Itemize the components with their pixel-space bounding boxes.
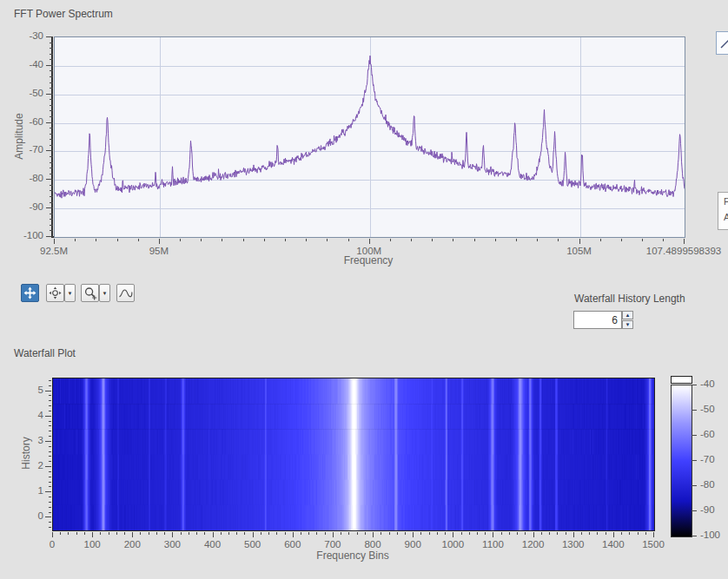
- spectrum-plot-area[interactable]: [54, 36, 685, 238]
- axis-tick: [49, 446, 51, 447]
- axis-tick: [50, 48, 53, 49]
- waterfall-history-length-label: Waterfall History Length: [574, 293, 685, 305]
- axis-tick: [621, 239, 622, 241]
- axis-tick: [50, 116, 53, 117]
- waterfall-plot-area[interactable]: [52, 378, 655, 531]
- waterfall-x-tick-label: 600: [284, 539, 301, 549]
- axis-tick: [49, 400, 51, 401]
- axis-tick: [445, 532, 446, 535]
- colorbar-tick-label: -60: [700, 429, 715, 439]
- axis-tick: [45, 391, 51, 391]
- axis-tick: [369, 239, 370, 244]
- cursor-frequency-text: F: [724, 196, 728, 207]
- pan-icon: [49, 286, 62, 299]
- axis-tick: [45, 466, 51, 467]
- waterfall-history-length-input[interactable]: [573, 311, 622, 329]
- move-tool-button[interactable]: [21, 284, 39, 302]
- axis-tick: [228, 532, 229, 535]
- axis-tick: [50, 105, 53, 106]
- cursor-value-box: F A: [718, 192, 728, 230]
- color-scale[interactable]: [671, 385, 692, 537]
- axis-tick: [244, 532, 245, 535]
- legend-plot-button[interactable]: [716, 31, 728, 55]
- axis-tick: [49, 522, 51, 523]
- axis-tick: [333, 532, 334, 537]
- zoom-tool-button[interactable]: [81, 284, 99, 302]
- axis-tick: [397, 532, 398, 535]
- axis-tick: [50, 214, 53, 214]
- axis-tick: [50, 54, 53, 55]
- pan-tool-dropdown[interactable]: ▼: [64, 284, 76, 302]
- fit-tool-button[interactable]: [116, 284, 135, 302]
- axis-tick: [50, 219, 53, 220]
- axis-tick: [50, 168, 53, 168]
- axis-tick: [49, 527, 51, 528]
- front-panel: FFT Power Spectrum Amplitude Frequency F…: [0, 0, 728, 579]
- axis-tick: [50, 139, 53, 140]
- axis-tick: [549, 532, 550, 535]
- colorbar-tick-label: -90: [700, 504, 715, 515]
- axis-tick: [517, 532, 518, 535]
- axis-tick: [46, 207, 53, 208]
- axis-tick: [180, 239, 181, 241]
- axis-tick: [50, 88, 53, 89]
- axis-tick: [420, 532, 421, 535]
- axis-tick: [306, 239, 307, 241]
- axis-tick: [49, 431, 51, 431]
- axis-tick: [325, 532, 326, 535]
- axis-tick: [474, 239, 475, 241]
- move-cross-icon: [23, 286, 36, 299]
- waterfall-x-tick-label: 1000: [442, 539, 465, 549]
- axis-tick: [49, 482, 51, 483]
- axis-tick: [116, 532, 117, 535]
- axis-tick: [348, 239, 349, 241]
- waterfall-graph[interactable]: [53, 378, 654, 530]
- axis-tick: [243, 239, 244, 241]
- spectrum-x-tick-label: 100M: [356, 246, 381, 256]
- axis-tick: [50, 59, 53, 60]
- spinner-up-button[interactable]: ▲: [622, 311, 633, 319]
- axis-tick: [663, 239, 664, 241]
- axis-tick: [308, 532, 309, 535]
- axis-tick: [68, 532, 69, 535]
- axis-tick: [172, 532, 173, 537]
- axis-tick: [50, 190, 53, 191]
- colorbar-tick-label: -40: [700, 378, 715, 389]
- axis-tick: [49, 395, 51, 396]
- axis-tick: [341, 532, 341, 535]
- pan-tool-button[interactable]: [46, 284, 64, 302]
- axis-tick: [159, 239, 160, 244]
- axis-tick: [581, 532, 582, 535]
- waterfall-x-tick-label: 100: [84, 539, 101, 549]
- spectrum-x-axis-label: Frequency: [344, 254, 394, 266]
- waterfall-x-tick-label: 1500: [642, 539, 665, 549]
- axis-tick: [516, 239, 517, 241]
- axis-tick: [49, 380, 51, 381]
- spinner-down-button[interactable]: ▼: [622, 320, 633, 329]
- axis-tick: [692, 460, 697, 461]
- axis-tick: [213, 532, 214, 537]
- waterfall-y-tick-label: 1: [10, 485, 43, 496]
- axis-tick: [558, 239, 559, 241]
- axis-tick: [390, 239, 391, 241]
- spectrum-graph[interactable]: [55, 37, 685, 237]
- axis-tick: [684, 239, 685, 244]
- axis-tick: [348, 532, 349, 535]
- axis-tick: [50, 230, 53, 231]
- axis-tick: [49, 451, 51, 452]
- axis-tick: [429, 532, 430, 535]
- axis-tick: [566, 532, 566, 535]
- axis-tick: [45, 491, 51, 492]
- color-scale-marker: [671, 376, 692, 384]
- zoom-tool-dropdown[interactable]: ▼: [99, 284, 110, 302]
- axis-tick: [201, 239, 202, 241]
- axis-tick: [501, 532, 502, 535]
- axis-tick: [49, 421, 51, 422]
- arrow-down-icon: ▼: [625, 322, 631, 327]
- axis-tick: [140, 532, 141, 535]
- axis-tick: [413, 532, 414, 537]
- waterfall-x-axis-label: Frequency Bins: [316, 549, 388, 562]
- waterfall-x-tick-label: 900: [405, 539, 421, 549]
- axis-tick: [149, 532, 149, 535]
- axis-tick: [453, 532, 453, 537]
